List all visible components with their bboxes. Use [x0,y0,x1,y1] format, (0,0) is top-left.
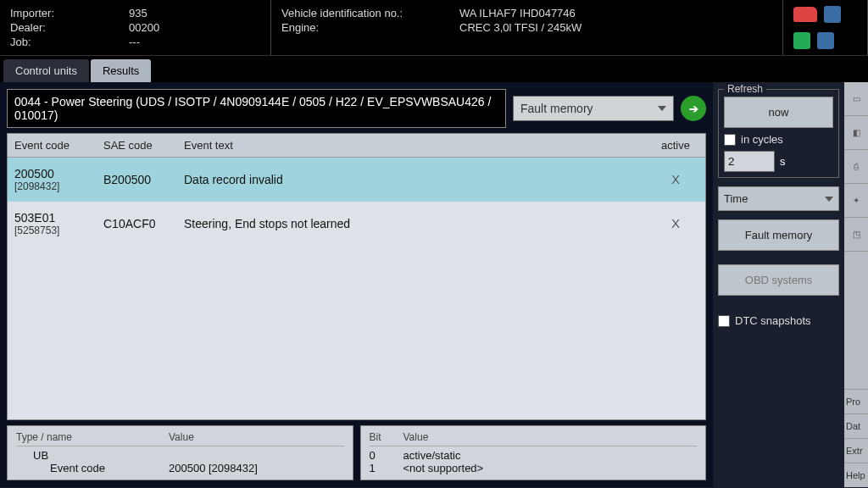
time-dropdown[interactable]: Time [718,186,839,211]
main-area: 0044 - Power Steering (UDS / ISOTP / 4N0… [0,82,868,487]
chevron-down-icon [825,197,833,202]
dl-h2: Value [169,431,194,443]
dealer-label: Dealer: [10,21,129,34]
far-right-toolbar: ▭ ◧ ⎙ ✦ ◳ Pro Dat Extr Help [844,82,868,487]
detail-row: Type / name Value UB Event code200500 [2… [7,425,706,480]
checkbox-icon [724,134,736,146]
toolbar-icon-5[interactable]: ◳ [844,218,868,252]
th-active: active [646,134,705,157]
sidebar: Refresh now in cycles s Time Fault memor… [713,82,844,487]
cell-sae: C10ACF0 [97,212,177,236]
vin-value: WA ILHAF7 IHD047746 [459,7,576,19]
dtc-snapshots-label: DTC snapshots [735,314,811,327]
tab-results[interactable]: Results [91,59,151,82]
fault-memory-button[interactable]: Fault memory [718,219,839,251]
th-event-code: Event code [8,134,97,157]
dl-r1a: UB [16,449,169,462]
cell-event-code: 503E01 [14,211,90,225]
protocol-button[interactable]: Pro [844,389,868,413]
engine-value: CREC 3,0l TFSI / 245kW [459,21,581,34]
header-bar: Importer:935 Dealer:00200 Job:--- Vehicl… [0,0,868,56]
obd-systems-button[interactable]: OBD systems [718,264,839,296]
cell-event-code-sub: [2098432] [14,180,90,192]
dl-h1: Type / name [16,431,169,443]
cell-event-code-sub: [5258753] [14,225,90,236]
table-row[interactable]: 200500 [2098432] B200500 Data record inv… [8,158,705,202]
dr-h1: Bit [370,431,403,443]
cycles-seconds-input[interactable] [724,151,775,172]
arrow-right-icon: ➔ [689,103,698,115]
row-delete-button[interactable]: X [646,167,705,191]
fault-table: Event code SAE code Event text active 20… [7,133,706,420]
detail-left: Type / name Value UB Event code200500 [2… [7,425,353,480]
table-header: Event code SAE code Event text active [8,134,705,158]
vin-label: Vehicle identification no.: [281,7,459,19]
seconds-suffix: s [780,155,786,168]
checkbox-icon [718,315,730,327]
toolbar-icon-3[interactable]: ⎙ [844,150,868,184]
importer-value: 935 [129,7,147,19]
refresh-group: Refresh now in cycles s [718,89,839,178]
dr-r2a: 1 [370,462,403,474]
cell-text: Data record invalid [177,168,646,191]
th-event-text: Event text [177,134,646,157]
extras-button[interactable]: Extr [844,438,868,463]
importer-label: Importer: [10,7,129,19]
refresh-label: Refresh [724,83,766,95]
go-button[interactable]: ➔ [681,96,706,121]
cell-sae: B200500 [97,168,177,191]
time-dropdown-label: Time [724,192,748,205]
car-icon[interactable] [793,7,817,22]
in-cycles-label: in cycles [741,133,783,146]
network-icon[interactable] [824,6,841,23]
header-mid: Vehicle identification no.:WA ILHAF7 IHD… [271,0,783,55]
toolbar-icon-4[interactable]: ✦ [844,184,868,218]
mode-dropdown[interactable]: Fault memory [513,96,674,121]
header-icons [783,0,868,55]
toolbar-icon-1[interactable]: ▭ [844,82,868,116]
refresh-now-button[interactable]: now [724,97,833,128]
dr-r2b: <not supported> [403,462,484,474]
job-value: --- [129,36,140,48]
job-label: Job: [10,36,129,48]
dl-r2a: Event code [16,462,169,474]
in-cycles-toggle[interactable]: in cycles [724,133,833,146]
data-button[interactable]: Dat [844,413,868,438]
cell-event-code: 200500 [14,167,90,180]
tab-bar: Control units Results [0,56,868,82]
tab-control-units[interactable]: Control units [3,59,89,82]
row-delete-button[interactable]: X [646,211,705,236]
detail-right: Bit Value 0active/static 1<not supported… [360,425,707,480]
engine-label: Engine: [281,21,459,34]
content-panel: 0044 - Power Steering (UDS / ISOTP / 4N0… [0,82,713,487]
dr-h2: Value [403,431,429,443]
module-bar: 0044 - Power Steering (UDS / ISOTP / 4N0… [7,89,706,128]
header-left: Importer:935 Dealer:00200 Job:--- [0,0,271,55]
th-sae-code: SAE code [97,134,177,157]
table-row[interactable]: 503E01 [5258753] C10ACF0 Steering, End s… [8,202,705,246]
dtc-snapshots-toggle[interactable]: DTC snapshots [718,314,839,327]
mode-dropdown-label: Fault memory [520,102,593,115]
help-button[interactable]: Help [844,463,868,487]
dr-r1a: 0 [370,449,403,462]
dl-r2b: 200500 [2098432] [169,462,258,474]
dealer-value: 00200 [129,21,159,34]
dr-r1b: active/static [403,449,461,462]
module-path-input[interactable]: 0044 - Power Steering (UDS / ISOTP / 4N0… [7,89,506,128]
status-icon[interactable] [793,32,810,49]
cell-text: Steering, End stops not learned [177,212,646,236]
toolbar-icon-2[interactable]: ◧ [844,116,868,150]
chevron-down-icon [658,106,666,111]
info-icon[interactable] [817,32,834,49]
